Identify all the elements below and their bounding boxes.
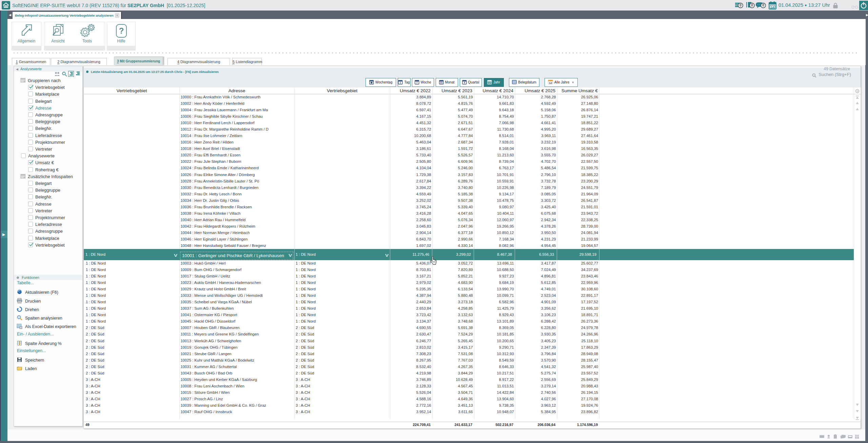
- svg-text:12: 12: [549, 81, 552, 84]
- svg-text:?: ?: [119, 26, 124, 35]
- svg-text:4: 4: [463, 81, 465, 84]
- svg-text:1: 1: [400, 81, 401, 84]
- svg-text:12: 12: [488, 81, 491, 84]
- svg-text:14: 14: [771, 5, 774, 9]
- svg-text:31: 31: [440, 81, 442, 84]
- svg-text:7: 7: [416, 81, 417, 84]
